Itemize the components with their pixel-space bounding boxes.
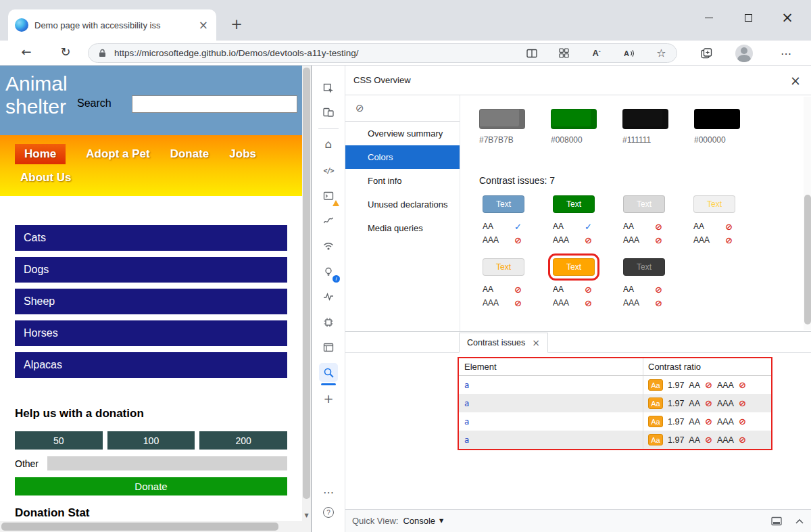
split-screen-icon[interactable]	[526, 47, 537, 59]
contrast-sample-chip[interactable]: Text	[623, 258, 665, 276]
sources-panel-icon[interactable]	[319, 212, 338, 231]
close-devtools-icon[interactable]: ×	[790, 73, 801, 88]
overflow-menu-icon[interactable]: ⋯	[319, 483, 338, 502]
table-row[interactable]: a Aa 1.97 AA ⊘ AAA ⊘	[459, 431, 771, 449]
performance-panel-icon[interactable]	[319, 287, 338, 306]
dock-quickview-icon[interactable]	[771, 516, 782, 526]
profile-avatar[interactable]	[735, 45, 753, 62]
element-link[interactable]: a	[464, 381, 469, 390]
memory-panel-icon[interactable]	[319, 313, 338, 332]
sidebar-item-media-queries[interactable]: Media queries	[345, 216, 460, 240]
console-panel-icon[interactable]	[319, 187, 338, 205]
other-amount-input[interactable]	[47, 456, 287, 470]
amount-button-100[interactable]: 100	[107, 431, 195, 450]
scrollbar-thumb[interactable]	[303, 68, 310, 499]
inspect-icon[interactable]	[319, 79, 338, 98]
amount-button-50[interactable]: 50	[15, 431, 103, 450]
scroll-down-arrow[interactable]: ▼	[302, 509, 311, 521]
contrast-sample-chip[interactable]: Text	[553, 195, 595, 213]
address-bar[interactable]: https://microsoftedge.github.io/Demos/de…	[88, 43, 677, 63]
chevron-down-icon[interactable]: ▼	[439, 518, 443, 524]
quick-view-selector[interactable]: Console	[403, 516, 435, 526]
url-text[interactable]: https://microsoftedge.github.io/Demos/de…	[114, 48, 520, 58]
new-tab-button[interactable]: +	[227, 15, 246, 34]
device-toolbar-icon[interactable]	[319, 103, 338, 122]
sidebar-item-colors[interactable]: Colors	[345, 145, 460, 169]
tab-contrast-issues[interactable]: Contrast issues ×	[459, 333, 548, 353]
browser-tab[interactable]: Demo page with accessibility iss ×	[8, 9, 216, 41]
issues-panel-icon[interactable]: i	[319, 262, 338, 281]
contrast-issues-table: Element Contrast ratio a Aa 1.97 AA ⊘ AA…	[458, 357, 772, 450]
table-row[interactable]: a Aa 1.97 AA ⊘ AAA ⊘	[459, 394, 771, 412]
aa-label: AA	[553, 285, 564, 294]
browser-essentials-icon[interactable]	[697, 45, 715, 62]
contrast-sample-chip[interactable]: Text	[623, 195, 665, 213]
content-vertical-scrollbar[interactable]	[804, 97, 811, 330]
nav-row: About Us	[20, 171, 72, 185]
tab-close-icon[interactable]: ×	[197, 18, 210, 32]
table-row[interactable]: a Aa 1.97 AA ⊘ AAA ⊘	[459, 376, 771, 394]
aaa-label: AAA	[717, 399, 734, 408]
sidebar-item-overview-summary[interactable]: Overview summary	[345, 122, 460, 145]
nav-item-adopt-a-pet[interactable]: Adopt a Pet	[86, 147, 149, 161]
workspaces-icon[interactable]	[558, 47, 570, 59]
amount-button-200[interactable]: 200	[199, 431, 287, 450]
settings-menu-icon[interactable]: ⋯	[777, 45, 795, 62]
minimize-button[interactable]	[689, 3, 729, 32]
color-swatch[interactable]	[551, 109, 597, 129]
element-link[interactable]: a	[464, 399, 469, 408]
element-link[interactable]: a	[464, 417, 469, 427]
sidebar-item-unused-declarations[interactable]: Unused declarations	[345, 193, 460, 216]
category-button-dogs[interactable]: Dogs	[15, 257, 287, 283]
scrollbar-thumb[interactable]	[1, 523, 278, 531]
read-aloud-icon[interactable]: A	[623, 47, 635, 59]
category-button-horses[interactable]: Horses	[15, 320, 287, 346]
aaa-label: AAA	[717, 381, 734, 390]
color-swatch[interactable]	[694, 109, 740, 129]
contrast-preview-swatch: Aa	[648, 416, 663, 427]
contrast-sample-chip[interactable]: Text	[693, 195, 735, 213]
page-horizontal-scrollbar[interactable]	[0, 521, 302, 532]
page-vertical-scrollbar[interactable]: ▼	[302, 66, 311, 521]
element-link[interactable]: a	[464, 435, 469, 445]
color-swatch[interactable]	[479, 109, 525, 129]
contrast-sample-chip[interactable]: Text	[483, 195, 524, 213]
refresh-button[interactable]: ↻	[55, 45, 76, 59]
css-overview-panel-icon[interactable]	[319, 363, 338, 382]
nav-item-donate[interactable]: Donate	[170, 147, 210, 161]
more-tools-icon[interactable]: +	[319, 389, 338, 408]
donate-button[interactable]: Donate	[15, 477, 287, 495]
lock-icon[interactable]	[97, 47, 108, 59]
scrollbar-thumb[interactable]	[804, 195, 811, 324]
welcome-home-icon[interactable]: ⌂	[319, 135, 338, 153]
sidebar-item-font-info[interactable]: Font info	[345, 169, 460, 193]
nav-item-about-us[interactable]: About Us	[20, 171, 72, 184]
nav-item-jobs[interactable]: Jobs	[229, 147, 256, 161]
maximize-button[interactable]	[729, 3, 768, 32]
tab-close-icon[interactable]: ×	[532, 337, 540, 348]
table-row[interactable]: a Aa 1.97 AA ⊘ AAA ⊘	[459, 412, 771, 431]
nav-item-home[interactable]: Home	[15, 144, 66, 164]
clear-overview-icon[interactable]: ⊘	[355, 102, 364, 114]
network-panel-icon[interactable]	[319, 237, 338, 256]
help-icon[interactable]: ?	[319, 503, 338, 522]
expand-quickview-icon[interactable]	[795, 518, 804, 524]
search-label: Search	[77, 97, 112, 110]
text-size-icon[interactable]: Aˆ	[591, 47, 602, 59]
search-input[interactable]	[132, 95, 297, 113]
aa-fail-icon: ⊘	[705, 417, 712, 426]
category-button-cats[interactable]: Cats	[15, 225, 287, 251]
category-button-alpacas[interactable]: Alpacas	[15, 352, 287, 378]
color-swatch-cell: #111111	[622, 109, 668, 145]
back-button[interactable]: ←	[16, 45, 36, 59]
application-panel-icon[interactable]	[319, 338, 338, 357]
help-glyph: ?	[323, 507, 334, 518]
add-favorite-star-icon[interactable]: ☆	[656, 47, 667, 59]
contrast-sample-chip-highlighted[interactable]: Text	[553, 258, 595, 276]
close-window-button[interactable]: ×	[768, 3, 807, 32]
category-button-sheep[interactable]: Sheep	[15, 289, 287, 314]
aa-fail-icon: ⊘	[585, 285, 592, 294]
elements-panel-icon[interactable]: </>	[319, 161, 338, 180]
contrast-sample-chip[interactable]: Text	[483, 258, 524, 276]
color-swatch[interactable]	[622, 109, 668, 129]
